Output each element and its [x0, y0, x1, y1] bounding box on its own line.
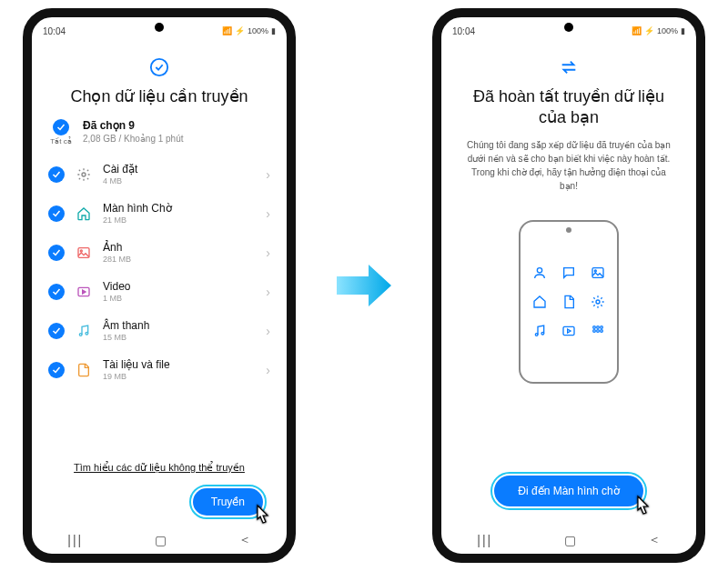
gear-icon	[589, 293, 607, 311]
nav-back[interactable]: ＜	[238, 532, 251, 548]
chevron-right-icon: ›	[266, 245, 270, 260]
svg-point-6	[86, 332, 88, 335]
phone-left: 10:04 📶⚡100%▮ Chọn dữ liệu cần truyền Tấ…	[23, 8, 296, 563]
goto-home-button[interactable]: Đi đến Màn hình chờ	[494, 476, 642, 506]
svg-point-0	[151, 59, 167, 75]
document-icon	[560, 293, 578, 311]
gear-icon	[76, 166, 92, 183]
apps-icon	[589, 322, 607, 340]
list-item[interactable]: Ảnh281 MB ›	[48, 233, 270, 272]
item-sub: 4 MB	[103, 176, 255, 185]
item-checkbox[interactable]	[48, 323, 65, 339]
svg-point-10	[596, 300, 600, 304]
item-title: Tài liệu và file	[103, 358, 255, 371]
person-icon	[531, 264, 549, 282]
music-icon	[531, 322, 549, 340]
svg-point-9	[594, 270, 596, 272]
select-all-checkbox[interactable]	[53, 119, 69, 135]
svg-point-11	[535, 333, 538, 336]
item-checkbox[interactable]	[48, 362, 65, 378]
item-checkbox[interactable]	[48, 245, 65, 261]
camera-dot	[564, 23, 573, 32]
svg-point-7	[537, 267, 541, 272]
chevron-right-icon: ›	[266, 363, 270, 377]
svg-point-15	[597, 326, 600, 328]
transfer-button-highlight: Truyền	[189, 485, 267, 519]
select-all-label: Tất cả	[50, 137, 71, 145]
svg-point-18	[597, 329, 600, 332]
list-item[interactable]: Màn hình Chờ21 MB ›	[48, 194, 270, 233]
status-time: 10:04	[452, 26, 475, 36]
nav-back[interactable]: ＜	[648, 532, 661, 548]
svg-rect-13	[563, 326, 574, 335]
page-title: Đã hoàn tất truyền dữ liệu của bạn	[458, 86, 680, 129]
svg-point-17	[593, 329, 596, 332]
goto-button-highlight: Đi đến Màn hình chờ	[490, 472, 646, 510]
music-icon	[76, 323, 92, 339]
transfer-icon	[458, 57, 680, 81]
image-icon	[589, 264, 607, 282]
summary-count: Đã chọn 9	[83, 119, 184, 132]
item-checkbox[interactable]	[48, 166, 65, 183]
nav-bar: ||| ▢ ＜	[441, 526, 696, 554]
document-icon	[76, 362, 92, 378]
item-title: Ảnh	[103, 241, 255, 254]
nav-home[interactable]: ▢	[564, 533, 576, 547]
status-time: 10:04	[43, 26, 66, 36]
video-icon	[76, 284, 92, 300]
item-sub: 21 MB	[103, 215, 255, 225]
home-icon	[76, 205, 92, 222]
item-sub: 15 MB	[103, 333, 255, 342]
svg-point-3	[80, 250, 82, 252]
list-item[interactable]: Cài đặt4 MB ›	[48, 155, 270, 194]
item-sub: 281 MB	[103, 255, 255, 264]
video-icon	[560, 322, 578, 340]
svg-point-14	[593, 326, 596, 328]
list-item[interactable]: Tài liệu và file19 MB ›	[48, 350, 270, 389]
camera-dot	[155, 23, 164, 32]
summary-size: 2,08 GB / Khoảng 1 phút	[83, 134, 184, 144]
chevron-right-icon: ›	[266, 324, 270, 338]
status-icons-right: 📶⚡100%▮	[632, 26, 685, 35]
message-icon	[560, 264, 578, 282]
learn-more-link[interactable]: Tìm hiểu các dữ liệu không thể truyền	[48, 462, 270, 474]
phone-right: 10:04 📶⚡100%▮ Đã hoàn tất truyền dữ liệu…	[432, 8, 705, 563]
nav-bar: ||| ▢ ＜	[32, 526, 287, 554]
chevron-right-icon: ›	[266, 206, 270, 221]
chevron-right-icon: ›	[266, 167, 270, 182]
item-sub: 19 MB	[103, 372, 255, 381]
transfer-button[interactable]: Truyền	[193, 488, 263, 516]
item-checkbox[interactable]	[48, 205, 65, 222]
item-title: Video	[103, 280, 255, 293]
item-checkbox[interactable]	[48, 284, 65, 300]
page-description: Chúng tôi đang sắp xếp dữ liệu đã truyền…	[458, 138, 680, 193]
nav-recents[interactable]: |||	[67, 533, 83, 547]
item-title: Màn hình Chờ	[103, 202, 255, 215]
svg-point-12	[541, 332, 544, 335]
item-title: Cài đặt	[103, 163, 255, 175]
phone-illustration	[519, 220, 619, 384]
data-list: Cài đặt4 MB › Màn hình Chờ21 MB › Ảnh281…	[48, 155, 270, 455]
select-all-row[interactable]: Tất cả Đã chọn 9 2,08 GB / Khoảng 1 phút	[48, 119, 270, 145]
svg-point-5	[79, 333, 82, 336]
svg-point-19	[601, 329, 603, 332]
check-circle-icon	[48, 57, 270, 81]
item-title: Âm thanh	[103, 319, 255, 332]
nav-home[interactable]: ▢	[155, 533, 167, 547]
nav-recents[interactable]: |||	[477, 533, 492, 547]
svg-point-16	[601, 326, 603, 328]
home-icon	[531, 293, 549, 311]
arrow-right-icon	[332, 254, 396, 317]
status-icons-right: 📶⚡100%▮	[222, 26, 276, 35]
chevron-right-icon: ›	[266, 285, 270, 299]
page-title: Chọn dữ liệu cần truyền	[48, 86, 270, 106]
list-item[interactable]: Video1 MB ›	[48, 272, 270, 311]
image-icon	[76, 245, 92, 261]
item-sub: 1 MB	[103, 294, 255, 303]
list-item[interactable]: Âm thanh15 MB ›	[48, 311, 270, 350]
svg-point-1	[82, 173, 86, 176]
